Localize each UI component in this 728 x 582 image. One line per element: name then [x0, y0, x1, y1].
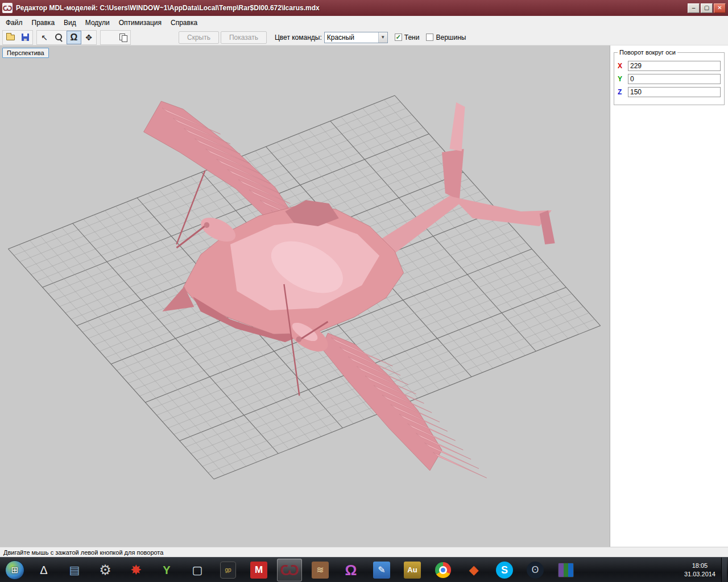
- pan-hand-icon: ✥: [85, 34, 92, 41]
- splat-icon: ✸: [130, 563, 142, 577]
- view-tool-group: ↖ Ω ✥: [36, 30, 97, 45]
- mid-prop-hub: [296, 336, 302, 342]
- vertices-label: Вершины: [436, 34, 466, 41]
- zoom-icon: [55, 34, 63, 41]
- taskbar-icon-shield[interactable]: gp: [216, 559, 241, 581]
- taskbar-icon-paint[interactable]: ✎: [369, 559, 394, 581]
- save-floppy-icon: [22, 34, 29, 41]
- paint-icon: ✎: [373, 562, 390, 579]
- app-logo-icon: Ѡ: [2, 3, 13, 13]
- close-button[interactable]: ✕: [714, 3, 726, 13]
- shield-icon: gp: [220, 562, 236, 579]
- open-button[interactable]: [3, 31, 18, 44]
- cursor-icon: ↖: [41, 34, 48, 41]
- taskbar-icon-steam[interactable]: ʘ: [523, 559, 548, 581]
- show-button[interactable]: Показать: [221, 31, 267, 44]
- menu-item-file[interactable]: Файл: [1, 17, 27, 28]
- rotation-panel: Поворот вокруг оси X Y Z: [610, 45, 728, 547]
- menubar: Файл Правка Вид Модули Оптимизация Справ…: [0, 16, 728, 30]
- right-wing: [321, 333, 442, 471]
- rotation-fieldset: Поворот вокруг оси X Y Z: [614, 49, 725, 105]
- m-red-icon: M: [250, 562, 267, 579]
- taskbar: ⊞ Δ ▤ ⚙ ✸ Y ▢ gp M Ѡ ≋ Ω ✎ Au ◆ S ʘ 18:0…: [0, 557, 728, 582]
- taskbar-icon-chrome[interactable]: [431, 559, 456, 581]
- taskbar-icon-m-red[interactable]: M: [246, 559, 271, 581]
- tail-fin-base: [442, 149, 464, 200]
- minimize-button[interactable]: –: [688, 3, 700, 13]
- taskbar-icon-omega[interactable]: Ω: [338, 559, 363, 581]
- tail-stabilizer: [452, 197, 551, 226]
- mdl-editor-icon: Ѡ: [280, 563, 299, 577]
- viewport-3d[interactable]: Перспектива: [0, 45, 610, 547]
- drink-icon: Y: [163, 564, 170, 576]
- toolbar: ↖ Ω ✥ Скрыть Показать Цвет команды: Крас…: [0, 30, 728, 45]
- pan-tool-button[interactable]: ✥: [81, 31, 96, 44]
- taskbar-icon-skype[interactable]: S: [492, 559, 517, 581]
- team-color-select[interactable]: Красный ▼: [324, 32, 388, 43]
- rotation-y-input[interactable]: [628, 74, 721, 84]
- start-button[interactable]: ⊞: [1, 558, 28, 582]
- taskbar-clock[interactable]: 18:05 31.03.2014: [679, 562, 721, 579]
- perspective-button[interactable]: Перспектива: [2, 48, 49, 58]
- tail-fin-vertical: [450, 102, 465, 151]
- menu-item-edit[interactable]: Правка: [27, 17, 60, 28]
- taskbar-icon-window[interactable]: ▢: [185, 559, 210, 581]
- taskbar-icon-monitor[interactable]: ▤: [62, 559, 87, 581]
- save-button[interactable]: [18, 31, 32, 44]
- vertices-checkbox-box: [426, 34, 433, 41]
- skype-icon: S: [496, 562, 513, 579]
- titlebar[interactable]: Ѡ Редактор MDL-моделей: C:\Users\WINDOW~…: [0, 0, 728, 16]
- tail-fin-right: [540, 210, 555, 244]
- maximize-button[interactable]: ▢: [701, 3, 713, 13]
- menu-item-view[interactable]: Вид: [59, 17, 81, 28]
- main-content: Перспектива Поворот вокруг оси X Y Z: [0, 45, 728, 547]
- omega-icon: Ω: [345, 563, 357, 577]
- rotate-icon: Ω: [71, 33, 78, 42]
- taskbar-icon-flask[interactable]: Δ: [31, 559, 56, 581]
- monitor-icon: ▤: [69, 564, 80, 576]
- taskbar-icon-mdl-editor[interactable]: Ѡ: [277, 559, 302, 581]
- team-color-label: Цвет команды:: [275, 34, 322, 41]
- status-text: Двигайте мышь с зажатой левой кнопкой дл…: [3, 549, 163, 556]
- shadows-label: Тени: [404, 34, 420, 41]
- taskbar-icon-red-splat[interactable]: ✸: [123, 559, 148, 581]
- zoom-tool-button[interactable]: [52, 31, 67, 44]
- copy-icon: [119, 34, 127, 41]
- taskbar-icon-scroll[interactable]: ≋: [308, 559, 333, 581]
- edit-tool-group: [100, 30, 131, 45]
- hide-button[interactable]: Скрыть: [179, 31, 219, 44]
- extra-tool-button[interactable]: [101, 31, 115, 44]
- copy-button[interactable]: [115, 31, 130, 44]
- taskbar-icon-winrar[interactable]: [553, 559, 578, 581]
- menu-item-help[interactable]: Справка: [166, 17, 202, 28]
- taskbar-icon-red-app[interactable]: ◆: [461, 559, 486, 581]
- axis-x-label: X: [618, 62, 624, 70]
- rotate-tool-button[interactable]: Ω: [67, 31, 81, 44]
- open-folder-icon: [6, 35, 15, 40]
- vertices-checkbox[interactable]: Вершины: [426, 34, 466, 41]
- menu-item-modules[interactable]: Модули: [81, 17, 114, 28]
- taskbar-icon-drink[interactable]: Y: [154, 559, 179, 581]
- menu-item-optimization[interactable]: Оптимизация: [114, 17, 166, 28]
- taskbar-icon-settings[interactable]: ⚙: [93, 559, 118, 581]
- show-desktop-button[interactable]: [721, 558, 727, 582]
- shadows-checkbox[interactable]: ✓ Тени: [395, 34, 420, 41]
- file-tool-group: [2, 30, 33, 45]
- rotation-z-input[interactable]: [628, 87, 721, 97]
- app-window: Ѡ Редактор MDL-моделей: C:\Users\WINDOW~…: [0, 0, 728, 557]
- windows-orb-icon: ⊞: [5, 560, 24, 580]
- taskbar-icon-gold-au[interactable]: Au: [400, 559, 425, 581]
- winrar-icon: [558, 563, 574, 577]
- axis-z-label: Z: [618, 88, 624, 96]
- steam-icon: ʘ: [527, 562, 544, 579]
- axis-row-x: X: [618, 61, 721, 71]
- clock-time: 18:05: [684, 562, 715, 570]
- rotation-x-input[interactable]: [628, 61, 721, 71]
- gear-icon: ⚙: [99, 563, 111, 577]
- clock-date: 31.03.2014: [684, 570, 715, 579]
- select-tool-button[interactable]: ↖: [37, 31, 52, 44]
- window-title: Редактор MDL-моделей: C:\Users\WINDOW~1\…: [16, 4, 684, 12]
- axis-y-label: Y: [618, 75, 624, 83]
- chrome-icon: [435, 562, 451, 578]
- window-controls: – ▢ ✕: [688, 3, 726, 13]
